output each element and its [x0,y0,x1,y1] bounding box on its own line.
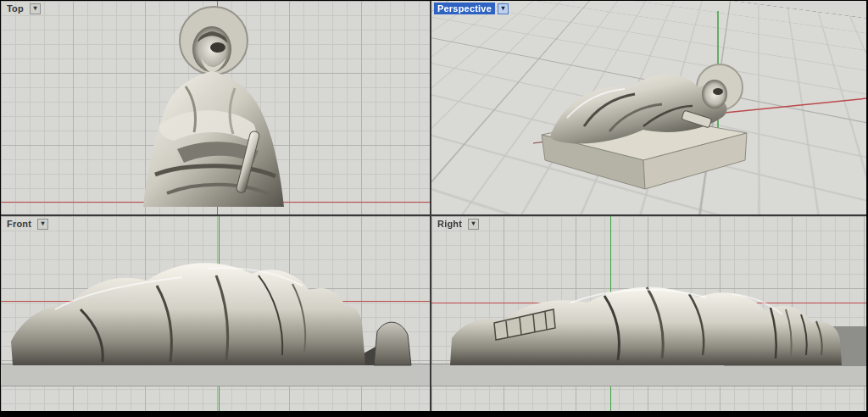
viewport-perspective[interactable]: Perspective ▾ [431,1,866,214]
viewport-right[interactable]: Right ▾ [431,216,866,411]
chevron-down-icon: ▾ [42,220,45,227]
base-slab-edge [1,364,430,386]
viewport-label-top[interactable]: Top ▾ [3,3,41,14]
viewport-title[interactable]: Right [434,218,465,230]
viewport-front[interactable]: Front ▾ [1,216,430,411]
viewport-title[interactable]: Perspective [434,3,495,14]
viewport-label-right[interactable]: Right ▾ [434,218,479,230]
chevron-down-icon: ▾ [33,5,36,12]
viewport-menu-button[interactable]: ▾ [498,3,509,14]
viewport-label-perspective[interactable]: Perspective ▾ [434,3,509,14]
statue-model-top-view[interactable] [126,5,309,209]
viewport-menu-button[interactable]: ▾ [468,219,479,230]
statue-model-right-view[interactable] [443,250,850,367]
viewport-grid: Top ▾ [1,1,866,411]
chevron-down-icon: ▾ [472,220,476,227]
viewport-title[interactable]: Top [3,3,27,14]
statue-model-perspective-view[interactable] [516,33,771,204]
viewport-title[interactable]: Front [3,218,35,230]
chevron-down-icon: ▾ [501,5,504,12]
viewport-menu-button[interactable]: ▾ [37,219,48,230]
viewport-label-front[interactable]: Front ▾ [3,218,48,230]
viewport-menu-button[interactable]: ▾ [30,3,41,14]
viewport-top[interactable]: Top ▾ [1,1,430,214]
base-slab-edge [431,364,866,386]
statue-model-front-view[interactable] [4,250,421,367]
window-bottom-edge [0,411,868,417]
